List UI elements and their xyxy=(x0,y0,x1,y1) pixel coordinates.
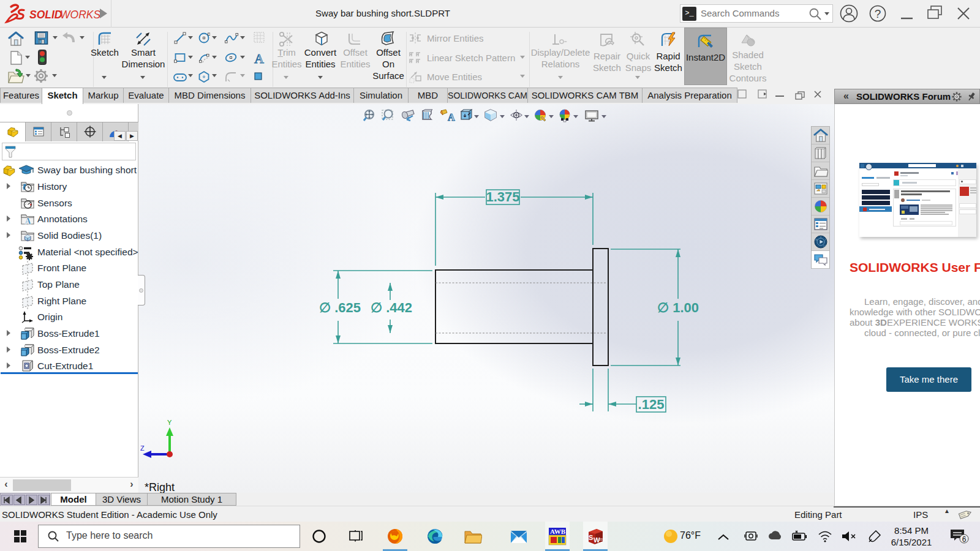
svg-text:∅ .625: ∅ .625 xyxy=(319,300,361,315)
svg-text:SOLID: SOLID xyxy=(29,9,62,21)
svg-text:.125: .125 xyxy=(638,397,665,412)
svg-text:AWB: AWB xyxy=(550,528,566,535)
svg-text:S: S xyxy=(589,534,593,541)
svg-text:?: ? xyxy=(875,7,881,20)
svg-text:Z: Z xyxy=(140,444,145,452)
svg-text:*Right: *Right xyxy=(145,481,175,493)
svg-text:∅ .442: ∅ .442 xyxy=(371,300,412,315)
svg-text:∅ 1.00: ∅ 1.00 xyxy=(657,300,699,315)
svg-text:2020: 2020 xyxy=(599,538,605,541)
svg-text:Y: Y xyxy=(167,419,172,426)
svg-text:1.375: 1.375 xyxy=(486,189,519,204)
svg-text:6: 6 xyxy=(962,535,967,544)
svg-text:A: A xyxy=(448,112,455,122)
svg-text:WORKS: WORKS xyxy=(60,9,100,21)
